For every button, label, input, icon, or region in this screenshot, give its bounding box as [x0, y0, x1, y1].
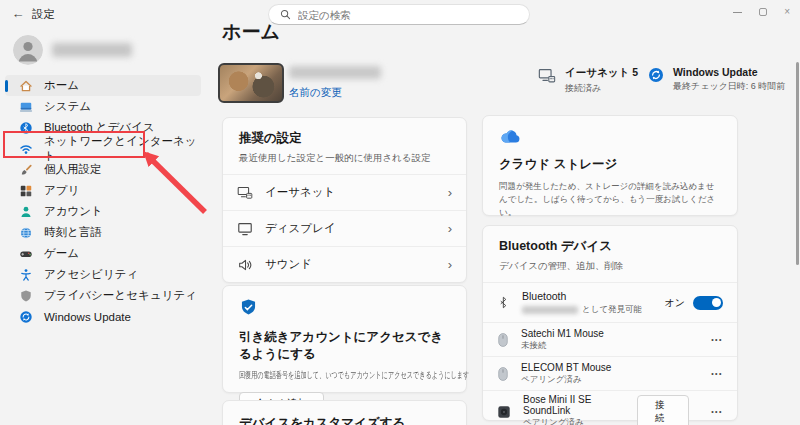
bluetooth-name: Bluetooth — [522, 290, 642, 302]
device-name: ELECOM BT Mouse — [521, 362, 611, 373]
chevron-right-icon: › — [448, 185, 452, 200]
sidebar-item-label: アカウント — [44, 204, 103, 219]
sidebar-item-label: Windows Update — [44, 311, 131, 323]
sidebar-item-label: システム — [44, 99, 91, 114]
speaker-icon — [497, 405, 511, 419]
status-subtitle: 接続済み — [565, 82, 638, 95]
device-name-blurred — [289, 66, 381, 79]
device-name: Bose Mini II SE SoundLink — [523, 394, 625, 416]
ethernet-icon — [237, 185, 253, 201]
sidebar-item-windows-update[interactable]: Windows Update — [5, 306, 201, 327]
row-label: イーサネット — [265, 185, 335, 200]
sidebar-item-label: プライバシーとセキュリティ — [44, 288, 197, 303]
card-title: クラウド ストレージ — [499, 156, 721, 173]
personalization-icon — [18, 162, 33, 177]
status-subtitle: 最終チェック日時: 6 時間前 — [673, 80, 785, 93]
cloud-error-message: 問題が発生したため、ストレージの詳細を読み込めませんでした。しばらく待ってから、… — [499, 180, 721, 218]
shield-check-icon — [239, 298, 258, 317]
display-icon — [237, 221, 253, 237]
accounts-icon — [18, 204, 33, 219]
account-access-card: 引き続きアカウントにアクセスできるようにする 回復用の電話番号を追加して、いつで… — [222, 285, 467, 393]
chevron-right-icon: › — [448, 221, 452, 236]
bluetooth-devices-card: Bluetooth デバイス デバイスの管理、追加、削除 Bluetooth と… — [482, 225, 738, 421]
home-icon — [18, 78, 33, 93]
scrollbar[interactable] — [796, 62, 799, 265]
sidebar-item-time-language[interactable]: 時刻と言語 — [5, 222, 201, 243]
time-language-icon — [18, 225, 33, 240]
more-icon[interactable]: ••• — [711, 370, 723, 377]
recommended-settings-card: 推奨の設定 最近使用した設定と一般的に使用される設定 イーサネット › ディスプ… — [222, 117, 467, 283]
more-icon[interactable]: ••• — [711, 408, 723, 415]
mouse-icon — [497, 332, 509, 348]
row-label: ディスプレイ — [265, 221, 336, 236]
search-box[interactable] — [268, 4, 530, 25]
search-input[interactable] — [298, 9, 518, 21]
bluetooth-toggle[interactable] — [693, 296, 723, 310]
system-icon — [18, 99, 33, 114]
card-title: デバイスをカスタマイズする — [239, 415, 450, 425]
status-title: イーサネット 5 — [565, 66, 638, 80]
device-row-elecom[interactable]: ELECOM BT Mouse ペアリング済み ••• — [483, 356, 737, 390]
device-name: Satechi M1 Mouse — [521, 328, 604, 339]
status-windows-update[interactable]: Windows Update 最終チェック日時: 6 時間前 — [648, 66, 785, 93]
sidebar-item-label: 時刻と言語 — [44, 225, 102, 240]
back-icon[interactable]: ← — [8, 3, 28, 23]
app-title: 設定 — [32, 7, 55, 22]
minimize-icon[interactable] — [733, 12, 742, 13]
user-name-blurred — [52, 43, 132, 57]
sidebar-item-label: ホーム — [44, 78, 79, 93]
card-subtitle: 最近使用した設定と一般的に使用される設定 — [239, 152, 450, 165]
rename-link[interactable]: 名前の変更 — [289, 86, 342, 100]
sound-icon — [237, 257, 253, 273]
shield-icon — [18, 288, 33, 303]
sidebar-item-system[interactable]: システム — [5, 96, 201, 117]
mouse-icon — [497, 366, 509, 382]
card-title: 推奨の設定 — [239, 130, 450, 147]
windows-update-icon — [18, 309, 33, 324]
user-profile[interactable] — [13, 35, 132, 65]
ethernet-icon — [538, 67, 556, 95]
sidebar-item-label: 個人用設定 — [44, 162, 102, 177]
annotation-highlight-box — [3, 131, 145, 158]
sidebar-item-label: アプリ — [44, 183, 79, 198]
device-status: 未接続 — [521, 340, 604, 352]
cloud-icon — [499, 128, 523, 145]
apps-icon — [18, 183, 33, 198]
maximize-icon[interactable] — [759, 8, 767, 16]
sidebar-item-label: アクセシビリティ — [44, 267, 138, 282]
device-name-blurred — [522, 306, 578, 314]
customize-device-card: デバイスをカスタマイズする — [222, 400, 467, 425]
status-title: Windows Update — [673, 66, 785, 78]
device-thumbnail — [218, 63, 284, 103]
sidebar-item-privacy-security[interactable]: プライバシーとセキュリティ — [5, 285, 201, 306]
card-subtitle: 回復用の電話番号を追加して、いつでもアカウントにアクセスできるようにします — [239, 369, 382, 382]
close-icon[interactable]: × — [784, 7, 790, 17]
discoverable-label: として発見可能 — [582, 304, 642, 316]
status-ethernet[interactable]: イーサネット 5 接続済み — [538, 66, 638, 95]
more-icon[interactable]: ••• — [711, 336, 723, 343]
toggle-state-label: オン — [665, 296, 685, 310]
sidebar-item-home[interactable]: ホーム — [5, 75, 201, 96]
device-row-satechi[interactable]: Satechi M1 Mouse 未接続 ••• — [483, 322, 737, 356]
search-icon — [280, 9, 291, 20]
sidebar-item-label: ゲーム — [44, 246, 79, 261]
windows-update-icon — [648, 67, 664, 93]
device-status: ペアリング済み — [521, 374, 611, 386]
gaming-icon — [18, 246, 33, 261]
card-title: Bluetooth デバイス — [499, 238, 721, 255]
bluetooth-toggle-row: Bluetooth として発見可能 オン — [483, 282, 737, 322]
device-row-bose[interactable]: Bose Mini II SE SoundLink ペアリング済み 接続 ••• — [483, 390, 737, 425]
card-title: 引き続きアカウントにアクセスできるようにする — [239, 329, 450, 363]
connect-button[interactable]: 接続 — [637, 395, 689, 425]
annotation-arrow — [130, 140, 222, 222]
bluetooth-icon — [497, 295, 510, 310]
recommended-row-sound[interactable]: サウンド › — [223, 246, 466, 282]
recommended-row-display[interactable]: ディスプレイ › — [223, 210, 466, 246]
device-status: ペアリング済み — [523, 417, 625, 425]
accessibility-icon — [18, 267, 33, 282]
sidebar-item-accessibility[interactable]: アクセシビリティ — [5, 264, 201, 285]
recommended-row-ethernet[interactable]: イーサネット › — [223, 174, 466, 210]
sidebar-item-gaming[interactable]: ゲーム — [5, 243, 201, 264]
row-label: サウンド — [265, 257, 312, 272]
cloud-storage-card: クラウド ストレージ 問題が発生したため、ストレージの詳細を読み込めませんでした… — [482, 115, 738, 216]
